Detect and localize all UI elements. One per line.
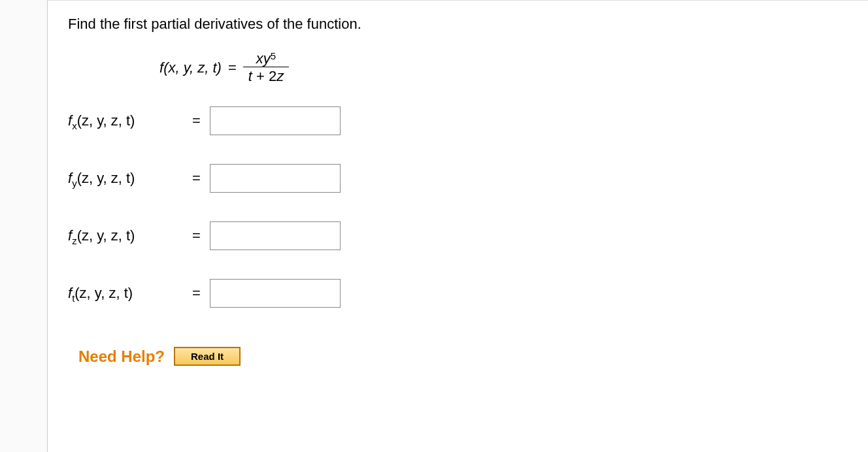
row-fz: fz(z, y, z, t) = <box>68 221 855 250</box>
row-fy: fy(z, y, z, t) = <box>68 164 855 193</box>
lhs-sub-t: t <box>72 293 75 304</box>
need-help-label: Need Help? <box>78 347 165 366</box>
lhs-sub-y: y <box>72 178 77 189</box>
answer-rows: fx(z, y, z, t) = fy(z, y, z, t) = fz(z, … <box>68 106 855 308</box>
lhs-fx: fx(z, y, z, t) <box>68 112 192 129</box>
fraction: xy5 t + 2z <box>243 51 289 84</box>
denom-z: z <box>276 68 284 84</box>
question-content: Find the first partial derivatives of th… <box>68 16 855 366</box>
lhs-fy: fy(z, y, z, t) <box>68 170 192 187</box>
lhs-args-y: (z, y, z, t) <box>77 170 135 186</box>
equals-fy: = <box>192 170 201 187</box>
answer-input-ft[interactable] <box>210 279 341 308</box>
fraction-numerator: xy5 <box>256 51 276 67</box>
function-definition: f(x, y, z, t) = xy5 t + 2z <box>159 51 855 84</box>
top-divider <box>0 0 868 1</box>
lhs-ft: ft(z, y, z, t) <box>68 285 192 302</box>
equals-fx: = <box>192 112 201 129</box>
lhs-args-t: (z, y, z, t) <box>75 285 133 301</box>
function-lhs-args: (x, y, z, t) <box>163 59 222 76</box>
equals-fz: = <box>192 227 201 244</box>
read-it-button[interactable]: Read It <box>174 347 241 366</box>
question-page: Find the first partial derivatives of th… <box>0 0 868 452</box>
numerator-base: xy <box>256 51 271 67</box>
lhs-args-z: (z, y, z, t) <box>77 227 135 244</box>
lhs-args-x: (z, y, z, t) <box>77 112 135 129</box>
row-ft: ft(z, y, z, t) = <box>68 279 855 308</box>
lhs-sub-x: x <box>72 120 77 131</box>
answer-input-fz[interactable] <box>210 221 341 250</box>
row-fx: fx(z, y, z, t) = <box>68 106 855 135</box>
left-gutter <box>0 0 48 452</box>
answer-input-fx[interactable] <box>210 106 341 135</box>
lhs-fz: fz(z, y, z, t) <box>68 227 192 244</box>
equals-sign: = <box>228 59 237 76</box>
lhs-sub-z: z <box>72 235 77 246</box>
answer-input-fy[interactable] <box>210 164 341 193</box>
denom-plus: + 2 <box>252 68 276 84</box>
equals-ft: = <box>192 285 201 302</box>
fraction-denominator: t + 2z <box>243 67 289 84</box>
question-prompt: Find the first partial derivatives of th… <box>68 16 855 33</box>
help-row: Need Help? Read It <box>78 347 855 366</box>
numerator-exponent: 5 <box>271 51 276 62</box>
